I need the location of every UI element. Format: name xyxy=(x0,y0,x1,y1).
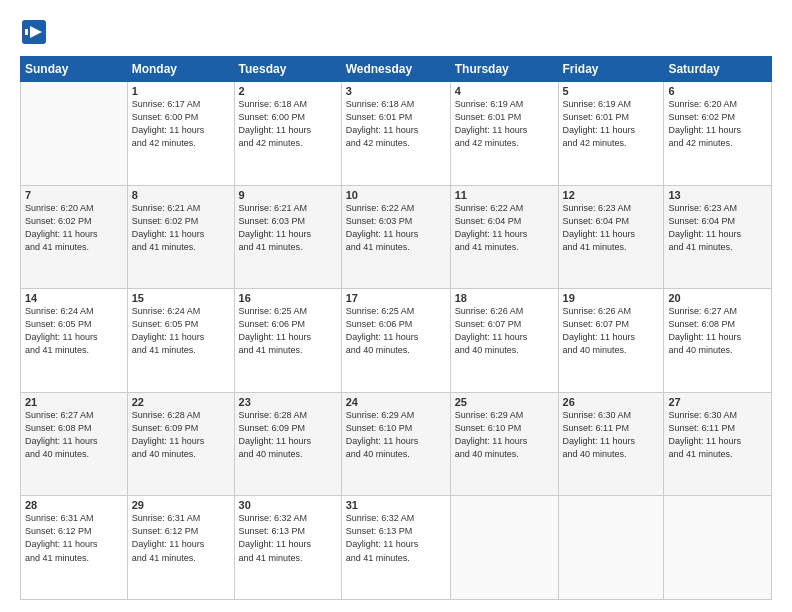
logo-icon xyxy=(20,18,48,46)
calendar-cell: 15Sunrise: 6:24 AM Sunset: 6:05 PM Dayli… xyxy=(127,289,234,393)
calendar-cell: 22Sunrise: 6:28 AM Sunset: 6:09 PM Dayli… xyxy=(127,392,234,496)
day-number: 22 xyxy=(132,396,230,408)
day-info: Sunrise: 6:23 AM Sunset: 6:04 PM Dayligh… xyxy=(563,202,660,254)
header-day-friday: Friday xyxy=(558,57,664,82)
day-number: 26 xyxy=(563,396,660,408)
day-number: 9 xyxy=(239,189,337,201)
day-number: 30 xyxy=(239,499,337,511)
day-info: Sunrise: 6:29 AM Sunset: 6:10 PM Dayligh… xyxy=(455,409,554,461)
day-info: Sunrise: 6:21 AM Sunset: 6:03 PM Dayligh… xyxy=(239,202,337,254)
calendar-cell xyxy=(450,496,558,600)
day-number: 1 xyxy=(132,85,230,97)
calendar-cell: 26Sunrise: 6:30 AM Sunset: 6:11 PM Dayli… xyxy=(558,392,664,496)
day-info: Sunrise: 6:18 AM Sunset: 6:01 PM Dayligh… xyxy=(346,98,446,150)
day-number: 24 xyxy=(346,396,446,408)
calendar-cell: 7Sunrise: 6:20 AM Sunset: 6:02 PM Daylig… xyxy=(21,185,128,289)
calendar-cell: 14Sunrise: 6:24 AM Sunset: 6:05 PM Dayli… xyxy=(21,289,128,393)
calendar-cell: 25Sunrise: 6:29 AM Sunset: 6:10 PM Dayli… xyxy=(450,392,558,496)
day-number: 11 xyxy=(455,189,554,201)
day-info: Sunrise: 6:18 AM Sunset: 6:00 PM Dayligh… xyxy=(239,98,337,150)
calendar-cell: 28Sunrise: 6:31 AM Sunset: 6:12 PM Dayli… xyxy=(21,496,128,600)
calendar-week-row: 1Sunrise: 6:17 AM Sunset: 6:00 PM Daylig… xyxy=(21,82,772,186)
day-info: Sunrise: 6:24 AM Sunset: 6:05 PM Dayligh… xyxy=(132,305,230,357)
calendar-cell: 30Sunrise: 6:32 AM Sunset: 6:13 PM Dayli… xyxy=(234,496,341,600)
day-number: 31 xyxy=(346,499,446,511)
day-info: Sunrise: 6:31 AM Sunset: 6:12 PM Dayligh… xyxy=(25,512,123,564)
day-number: 19 xyxy=(563,292,660,304)
day-info: Sunrise: 6:20 AM Sunset: 6:02 PM Dayligh… xyxy=(668,98,767,150)
day-info: Sunrise: 6:25 AM Sunset: 6:06 PM Dayligh… xyxy=(239,305,337,357)
day-number: 20 xyxy=(668,292,767,304)
day-number: 15 xyxy=(132,292,230,304)
day-info: Sunrise: 6:19 AM Sunset: 6:01 PM Dayligh… xyxy=(455,98,554,150)
calendar-cell: 4Sunrise: 6:19 AM Sunset: 6:01 PM Daylig… xyxy=(450,82,558,186)
day-number: 16 xyxy=(239,292,337,304)
calendar-cell: 31Sunrise: 6:32 AM Sunset: 6:13 PM Dayli… xyxy=(341,496,450,600)
day-number: 14 xyxy=(25,292,123,304)
svg-rect-2 xyxy=(25,29,28,35)
calendar-cell: 10Sunrise: 6:22 AM Sunset: 6:03 PM Dayli… xyxy=(341,185,450,289)
day-info: Sunrise: 6:27 AM Sunset: 6:08 PM Dayligh… xyxy=(25,409,123,461)
calendar-cell: 8Sunrise: 6:21 AM Sunset: 6:02 PM Daylig… xyxy=(127,185,234,289)
day-info: Sunrise: 6:29 AM Sunset: 6:10 PM Dayligh… xyxy=(346,409,446,461)
calendar-cell xyxy=(558,496,664,600)
calendar-week-row: 21Sunrise: 6:27 AM Sunset: 6:08 PM Dayli… xyxy=(21,392,772,496)
header-day-monday: Monday xyxy=(127,57,234,82)
calendar-cell: 11Sunrise: 6:22 AM Sunset: 6:04 PM Dayli… xyxy=(450,185,558,289)
day-number: 25 xyxy=(455,396,554,408)
header xyxy=(20,18,772,46)
day-number: 23 xyxy=(239,396,337,408)
day-number: 17 xyxy=(346,292,446,304)
calendar-cell: 20Sunrise: 6:27 AM Sunset: 6:08 PM Dayli… xyxy=(664,289,772,393)
calendar-cell xyxy=(664,496,772,600)
day-number: 4 xyxy=(455,85,554,97)
calendar-cell xyxy=(21,82,128,186)
header-day-thursday: Thursday xyxy=(450,57,558,82)
day-info: Sunrise: 6:25 AM Sunset: 6:06 PM Dayligh… xyxy=(346,305,446,357)
day-number: 6 xyxy=(668,85,767,97)
calendar-cell: 6Sunrise: 6:20 AM Sunset: 6:02 PM Daylig… xyxy=(664,82,772,186)
header-day-sunday: Sunday xyxy=(21,57,128,82)
day-info: Sunrise: 6:28 AM Sunset: 6:09 PM Dayligh… xyxy=(239,409,337,461)
day-info: Sunrise: 6:22 AM Sunset: 6:03 PM Dayligh… xyxy=(346,202,446,254)
day-number: 28 xyxy=(25,499,123,511)
calendar-week-row: 28Sunrise: 6:31 AM Sunset: 6:12 PM Dayli… xyxy=(21,496,772,600)
calendar-cell: 5Sunrise: 6:19 AM Sunset: 6:01 PM Daylig… xyxy=(558,82,664,186)
calendar-week-row: 7Sunrise: 6:20 AM Sunset: 6:02 PM Daylig… xyxy=(21,185,772,289)
calendar-cell: 23Sunrise: 6:28 AM Sunset: 6:09 PM Dayli… xyxy=(234,392,341,496)
calendar-cell: 24Sunrise: 6:29 AM Sunset: 6:10 PM Dayli… xyxy=(341,392,450,496)
calendar-cell: 18Sunrise: 6:26 AM Sunset: 6:07 PM Dayli… xyxy=(450,289,558,393)
day-info: Sunrise: 6:24 AM Sunset: 6:05 PM Dayligh… xyxy=(25,305,123,357)
calendar-week-row: 14Sunrise: 6:24 AM Sunset: 6:05 PM Dayli… xyxy=(21,289,772,393)
day-number: 13 xyxy=(668,189,767,201)
day-number: 27 xyxy=(668,396,767,408)
day-number: 8 xyxy=(132,189,230,201)
day-info: Sunrise: 6:32 AM Sunset: 6:13 PM Dayligh… xyxy=(346,512,446,564)
day-number: 5 xyxy=(563,85,660,97)
calendar-cell: 12Sunrise: 6:23 AM Sunset: 6:04 PM Dayli… xyxy=(558,185,664,289)
calendar-cell: 17Sunrise: 6:25 AM Sunset: 6:06 PM Dayli… xyxy=(341,289,450,393)
day-info: Sunrise: 6:26 AM Sunset: 6:07 PM Dayligh… xyxy=(455,305,554,357)
day-info: Sunrise: 6:26 AM Sunset: 6:07 PM Dayligh… xyxy=(563,305,660,357)
calendar-cell: 29Sunrise: 6:31 AM Sunset: 6:12 PM Dayli… xyxy=(127,496,234,600)
day-number: 7 xyxy=(25,189,123,201)
day-info: Sunrise: 6:28 AM Sunset: 6:09 PM Dayligh… xyxy=(132,409,230,461)
day-info: Sunrise: 6:32 AM Sunset: 6:13 PM Dayligh… xyxy=(239,512,337,564)
header-day-tuesday: Tuesday xyxy=(234,57,341,82)
day-info: Sunrise: 6:19 AM Sunset: 6:01 PM Dayligh… xyxy=(563,98,660,150)
calendar-cell: 1Sunrise: 6:17 AM Sunset: 6:00 PM Daylig… xyxy=(127,82,234,186)
day-number: 3 xyxy=(346,85,446,97)
day-info: Sunrise: 6:17 AM Sunset: 6:00 PM Dayligh… xyxy=(132,98,230,150)
day-number: 2 xyxy=(239,85,337,97)
day-number: 29 xyxy=(132,499,230,511)
calendar-cell: 21Sunrise: 6:27 AM Sunset: 6:08 PM Dayli… xyxy=(21,392,128,496)
day-info: Sunrise: 6:31 AM Sunset: 6:12 PM Dayligh… xyxy=(132,512,230,564)
calendar-cell: 27Sunrise: 6:30 AM Sunset: 6:11 PM Dayli… xyxy=(664,392,772,496)
calendar-header-row: SundayMondayTuesdayWednesdayThursdayFrid… xyxy=(21,57,772,82)
day-number: 12 xyxy=(563,189,660,201)
day-info: Sunrise: 6:30 AM Sunset: 6:11 PM Dayligh… xyxy=(563,409,660,461)
calendar-table: SundayMondayTuesdayWednesdayThursdayFrid… xyxy=(20,56,772,600)
calendar-cell: 19Sunrise: 6:26 AM Sunset: 6:07 PM Dayli… xyxy=(558,289,664,393)
day-number: 18 xyxy=(455,292,554,304)
calendar-cell: 16Sunrise: 6:25 AM Sunset: 6:06 PM Dayli… xyxy=(234,289,341,393)
